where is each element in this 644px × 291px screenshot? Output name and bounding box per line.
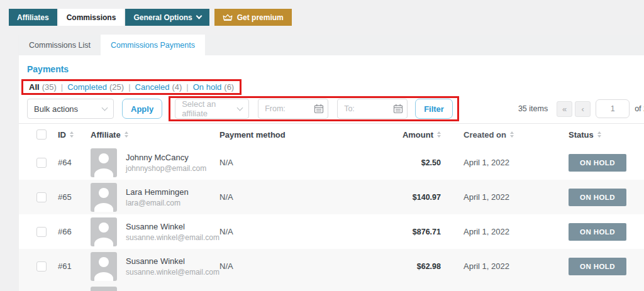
select-affiliate-dropdown[interactable]: Select an affiliate: [175, 99, 249, 119]
affiliate-email: susanne.winkel@email.com: [126, 268, 219, 277]
get-premium-button[interactable]: Get premium: [214, 9, 292, 26]
amount: $2.50: [397, 158, 441, 167]
calendar-icon[interactable]: [393, 104, 403, 114]
payment-method: N/A: [219, 261, 397, 271]
filter-button[interactable]: Filter: [415, 99, 453, 119]
affiliate-cell: Lara Hemmingen lara@email.com: [91, 183, 219, 212]
avatar: [91, 252, 117, 281]
sort-icon[interactable]: [597, 131, 601, 138]
sort-icon[interactable]: [70, 131, 74, 138]
crown-icon: [223, 14, 233, 21]
affiliate-name: Susanne Winkel: [126, 222, 219, 231]
status-badge: ON HOLD: [569, 154, 626, 172]
tab-commissions[interactable]: Commissions: [58, 9, 125, 26]
affiliate-cell: Susanne Winkel susanne.winkel@email.com: [91, 252, 219, 281]
avatar: [91, 217, 117, 246]
filter-canceled: Canceled (4): [124, 82, 182, 92]
chevron-down-icon: [196, 13, 202, 19]
affiliate-cell: Johnny McCancy johnnyshop@email.com: [91, 148, 219, 177]
previous-page-button[interactable]: ‹: [575, 101, 591, 117]
affiliate-name: Johnny McCancy: [126, 153, 206, 162]
payment-id: #65: [58, 192, 91, 202]
annotation-box-filter-controls: Select an affiliate: [169, 96, 459, 121]
created-on: April 1, 2022: [441, 261, 562, 271]
tab-general-options-label: General Options: [133, 13, 192, 22]
calendar-icon[interactable]: [314, 104, 324, 114]
total-pages-label: of 2: [635, 104, 644, 113]
filter-canceled-link[interactable]: Canceled: [135, 82, 170, 92]
commissions-panel: Commissions List Commissions Payments Pa…: [19, 35, 644, 291]
amount: $62.98: [397, 262, 441, 271]
filter-completed: Completed (25): [57, 82, 124, 92]
payment-method: N/A: [219, 158, 397, 167]
payment-method: N/A: [219, 192, 397, 202]
filter-all-link[interactable]: All: [29, 82, 40, 92]
chevron-down-icon: [102, 104, 108, 111]
subtab-commissions-payments-label: Commissions Payments: [111, 41, 195, 50]
filter-on-hold: On hold (6): [182, 82, 234, 92]
payment-id: #64: [58, 158, 91, 167]
plugin-nav-tabs: Affiliates Commissions General Options G…: [9, 9, 293, 26]
created-on: April 1, 2022: [441, 192, 562, 202]
select-all-checkbox[interactable]: [36, 129, 47, 140]
filter-canceled-count: (4): [172, 82, 182, 92]
tab-affiliates-label: Affiliates: [17, 13, 49, 22]
amount: $140.97: [397, 193, 441, 202]
page-title: Payments: [27, 64, 644, 74]
subtab-commissions-list[interactable]: Commissions List: [19, 35, 101, 55]
column-amount-label: Amount: [402, 130, 433, 140]
affiliate-name: Lara Hemmingen: [126, 187, 189, 197]
subtab-commissions-list-label: Commissions List: [29, 41, 91, 50]
filter-all: All (35): [29, 82, 57, 92]
tab-affiliates[interactable]: Affiliates: [9, 9, 57, 26]
first-page-button[interactable]: «: [557, 101, 572, 117]
row-checkbox[interactable]: [36, 261, 47, 272]
status-badge: ON HOLD: [569, 223, 626, 241]
filter-completed-link[interactable]: Completed: [67, 82, 107, 92]
table-row: #65 Lara Hemmingen lara@email.com N/A $1…: [19, 180, 644, 214]
annotation-box-status-filters: All (35) Completed (25) Canceled (4) On …: [21, 79, 242, 95]
column-created-on-label: Created on: [464, 130, 506, 140]
commissions-subtabs: Commissions List Commissions Payments: [19, 35, 644, 55]
table-row-partial: [19, 283, 644, 291]
tab-commissions-label: Commissions: [67, 13, 116, 22]
bulk-actions-select[interactable]: Bulk actions: [27, 99, 114, 119]
payment-method: N/A: [219, 227, 397, 236]
filter-on-hold-link[interactable]: On hold: [193, 82, 222, 92]
status-badge: ON HOLD: [569, 258, 626, 275]
pagination: 35 items « ‹ of 2: [518, 99, 644, 118]
tab-general-options[interactable]: General Options: [125, 9, 209, 26]
created-on: April 1, 2022: [441, 158, 562, 167]
affiliate-name: Susanne Winkel: [126, 256, 219, 266]
affiliate-email: johnnyshop@email.com: [126, 164, 206, 173]
current-page-input[interactable]: [596, 99, 630, 118]
amount: $876.71: [397, 228, 441, 236]
payment-id: #66: [58, 227, 91, 236]
created-on: April 1, 2022: [441, 227, 562, 236]
table-row: #64 Johnny McCancy johnnyshop@email.com …: [19, 145, 644, 180]
select-affiliate-label: Select an affiliate: [182, 99, 238, 118]
subtab-commissions-payments[interactable]: Commissions Payments: [101, 35, 205, 55]
get-premium-label: Get premium: [237, 13, 284, 22]
apply-button[interactable]: Apply: [122, 99, 162, 119]
row-checkbox[interactable]: [36, 192, 47, 202]
column-status-label: Status: [569, 130, 594, 140]
row-checkbox[interactable]: [36, 158, 47, 168]
payment-id: #61: [58, 261, 91, 271]
filter-all-count: (35): [42, 82, 57, 92]
table-controls: Bulk actions Apply Select an affiliate: [27, 96, 644, 121]
table-header: ID Affiliate Payment method Amount Creat…: [19, 124, 644, 145]
table-row: #61 Susanne Winkel susanne.winkel@email.…: [19, 249, 644, 283]
filter-completed-count: (25): [109, 82, 124, 92]
row-checkbox[interactable]: [36, 227, 47, 237]
filter-on-hold-count: (6): [224, 82, 234, 92]
avatar: [91, 183, 117, 212]
date-to-field: [337, 99, 408, 119]
affiliate-cell: Susanne Winkel susanne.winkel@email.com: [91, 217, 219, 246]
items-count: 35 items: [518, 104, 548, 113]
avatar: [91, 287, 117, 291]
affiliate-email: lara@email.com: [126, 199, 189, 207]
sort-icon[interactable]: [125, 131, 128, 138]
column-id-label: ID: [58, 130, 66, 140]
sort-icon[interactable]: [510, 131, 514, 138]
